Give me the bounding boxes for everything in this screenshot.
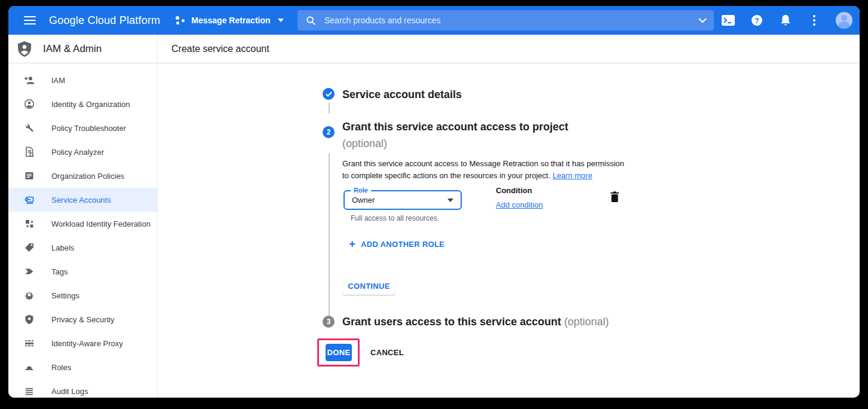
sidebar-item-label: Policy Analyzer: [51, 148, 104, 157]
squares-icon: [24, 218, 35, 229]
sidebar-item-labels[interactable]: Labels: [8, 236, 157, 260]
plus-icon: +: [349, 239, 355, 249]
sidebar-item-label: Workload Identity Federation: [51, 219, 151, 228]
content-area: Create service account Service account d…: [158, 35, 860, 398]
document-lines-icon: [24, 170, 35, 181]
step-connector: [329, 153, 330, 316]
topbar-actions: ?: [721, 6, 852, 35]
role-help-text: Full access to all resources.: [351, 214, 439, 222]
sidebar-item-label: IAM: [51, 76, 65, 85]
person-circle-icon: [24, 99, 35, 109]
list-icon: [24, 386, 35, 396]
tag-icon: [24, 266, 35, 277]
sidebar-item-label: Labels: [51, 243, 74, 252]
project-selector[interactable]: Message Retraction: [176, 16, 283, 25]
hamburger-icon[interactable]: [24, 16, 36, 25]
sidebar-item-label: Service Accounts: [51, 196, 111, 204]
more-vert-icon[interactable]: [807, 13, 821, 28]
cloud-shell-icon[interactable]: [721, 13, 735, 28]
done-button[interactable]: DONE: [326, 344, 352, 361]
sidebar-item-label: Privacy & Security: [51, 315, 114, 324]
sidebar-item-label: Tags: [51, 267, 68, 276]
chevron-down-icon[interactable]: [698, 18, 707, 23]
help-icon[interactable]: ?: [750, 13, 764, 28]
role-selected-value: Owner: [352, 196, 447, 204]
sidebar-header: IAM & Admin: [8, 35, 157, 63]
content-header: Create service account: [158, 35, 860, 63]
key-card-icon: [24, 194, 35, 205]
step3-title: Grant users access to this service accou…: [342, 313, 609, 330]
step3-optional: (optional): [564, 316, 609, 328]
roles-hat-icon: [24, 362, 35, 373]
sidebar-item-tags[interactable]: Tags: [8, 260, 157, 283]
sidebar-item-identity-aware-proxy[interactable]: Identity-Aware Proxy: [8, 331, 157, 355]
add-another-role-button[interactable]: + ADD ANOTHER ROLE: [349, 239, 444, 249]
step2-optional: (optional): [342, 138, 387, 149]
sidebar-title: IAM & Admin: [43, 43, 102, 55]
cancel-button[interactable]: CANCEL: [370, 348, 404, 357]
sidebar-item-service-accounts[interactable]: Service Accounts: [8, 188, 157, 212]
create-service-account-form: Service account details 2 Grant this ser…: [158, 63, 860, 398]
svg-text:?: ?: [754, 17, 759, 25]
browser-window: Google Cloud Platform Message Retraction…: [8, 6, 860, 398]
continue-button[interactable]: CONTINUE: [342, 277, 395, 295]
delete-role-icon[interactable]: [610, 191, 619, 203]
search-input[interactable]: Search products and resources: [297, 10, 714, 30]
gcp-logo[interactable]: Google Cloud Platform: [49, 14, 160, 27]
wrench-icon: [24, 123, 35, 133]
step3-title-text: Grant users access to this service accou…: [342, 316, 561, 328]
step1-title: Service account details: [342, 86, 462, 103]
chevron-down-icon: [278, 19, 284, 22]
project-name: Message Retraction: [191, 16, 270, 25]
step-connector: [329, 103, 330, 114]
step3-number: 3: [323, 316, 335, 328]
document-search-icon: [24, 146, 35, 157]
add-condition-link[interactable]: Add condition: [496, 200, 543, 209]
iam-shield-icon: [17, 41, 32, 57]
sidebar-item-policy-analyzer[interactable]: Policy Analyzer: [8, 140, 157, 164]
avatar[interactable]: [836, 12, 852, 29]
step1-complete-icon: [323, 88, 335, 100]
step2-title: Grant this service account access to pro…: [342, 118, 568, 152]
sidebar-item-label: Identity-Aware Proxy: [51, 339, 123, 348]
sidebar-item-audit-logs[interactable]: Audit Logs: [8, 379, 157, 398]
dropdown-arrow-icon: [447, 199, 453, 202]
role-field-label: Role: [351, 187, 371, 194]
sidebar-item-settings[interactable]: Settings: [8, 283, 157, 307]
step2-title-text: Grant this service account access to pro…: [342, 121, 568, 133]
role-dropdown[interactable]: Role Owner: [343, 190, 462, 210]
page-title: Create service account: [171, 44, 269, 54]
sidebar-item-identity-organization[interactable]: Identity & Organization: [8, 92, 157, 116]
sidebar-item-label: Organization Policies: [51, 172, 124, 181]
person-add-icon: [24, 75, 35, 86]
condition-label: Condition: [496, 186, 532, 195]
search-placeholder: Search products and resources: [324, 16, 698, 25]
sidebar-item-label: Roles: [51, 363, 71, 372]
gear-icon: [24, 290, 35, 301]
sidebar-item-organization-policies[interactable]: Organization Policies: [8, 164, 157, 188]
top-bar: Google Cloud Platform Message Retraction…: [8, 6, 860, 35]
sidebar: IAM & Admin IAM Identity & Organization: [8, 35, 158, 398]
learn-more-link[interactable]: Learn more: [553, 171, 592, 180]
sidebar-item-label: Policy Troubleshooter: [51, 124, 126, 133]
sidebar-item-roles[interactable]: Roles: [8, 355, 157, 379]
sidebar-item-label: Settings: [51, 291, 79, 300]
step2-number: 2: [323, 126, 335, 138]
sidebar-item-label: Identity & Organization: [51, 100, 130, 109]
step2-description: Grant this service account access to Mes…: [342, 158, 635, 182]
search-icon: [306, 16, 316, 26]
shield-icon: [24, 314, 35, 325]
sidebar-item-label: Audit Logs: [51, 387, 88, 396]
notifications-icon[interactable]: [778, 13, 793, 28]
sidebar-nav: IAM Identity & Organization Policy Troub…: [8, 63, 157, 398]
sidebar-item-policy-troubleshooter[interactable]: Policy Troubleshooter: [8, 116, 157, 140]
sidebar-item-workload-identity-federation[interactable]: Workload Identity Federation: [8, 212, 157, 236]
sidebar-item-iam[interactable]: IAM: [8, 68, 157, 92]
project-icon: [176, 16, 185, 25]
label-icon: [24, 242, 35, 253]
proxy-icon: [24, 338, 35, 349]
sidebar-item-privacy-security[interactable]: Privacy & Security: [8, 307, 157, 331]
